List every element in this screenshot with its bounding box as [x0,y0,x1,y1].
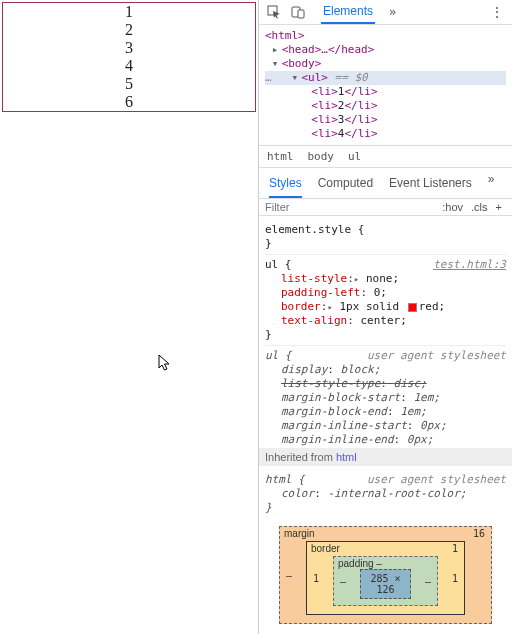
rule-element-style[interactable]: element.style { } [265,220,506,255]
inspect-icon[interactable] [267,5,281,19]
styles-filter-row: :hov .cls + [259,199,512,216]
expand-icon[interactable]: ▸ [272,43,282,57]
expand-icon[interactable]: ▸ [354,274,359,284]
list-item: 4 [3,57,255,75]
rule-user-agent: ul {user agent stylesheet display: block… [265,346,506,448]
styles-tabs: Styles Computed Event Listeners » [259,168,512,199]
list-item: 1 [3,3,255,21]
devtools-toolbar: Elements » ⋮ [259,0,512,25]
box-model-diagram: margin 16 – border 1 1 1 padding – – – 2… [259,516,512,634]
list-item: 5 [3,75,255,93]
box-content[interactable]: 285 × 126 [360,569,411,599]
rule-author[interactable]: ul {test.html:3 list-style:▸ none; paddi… [265,255,506,346]
collapse-icon[interactable]: ▾ [292,71,302,85]
menu-icon[interactable]: ⋮ [490,4,504,20]
svg-rect-2 [298,10,304,18]
tab-event-listeners[interactable]: Event Listeners [389,172,472,198]
ellipsis-icon: … [265,71,272,84]
breadcrumb: html body ul [259,145,512,168]
ua-label: user agent stylesheet [367,473,506,487]
cls-toggle[interactable]: .cls [467,201,492,213]
new-rule-button[interactable]: + [492,201,506,213]
color-swatch-icon[interactable] [408,303,417,312]
crumb-item[interactable]: ul [348,150,361,163]
hov-toggle[interactable]: :hov [438,201,467,213]
list-item: 2 [3,21,255,39]
inherited-link[interactable]: html [336,451,357,463]
source-link[interactable]: test.html:3 [433,258,506,272]
dom-node[interactable]: <html> [265,29,305,42]
expand-icon[interactable]: ▸ [327,302,332,312]
device-icon[interactable] [291,5,305,19]
rule-user-agent: html {user agent stylesheet color: -inte… [265,470,506,516]
crumb-item[interactable]: html [267,150,294,163]
dom-tree[interactable]: <html> ▸<head>…</head> ▾<body> … ▾<ul> =… [259,25,512,145]
more-tabs-icon[interactable]: » [389,5,396,19]
styles-filter-input[interactable] [265,201,438,213]
ua-label: user agent stylesheet [367,349,506,363]
styles-pane-inherited: html {user agent stylesheet color: -inte… [259,466,512,516]
styles-pane: element.style { } ul {test.html:3 list-s… [259,216,512,448]
list-item: 6 [3,93,255,111]
crumb-item[interactable]: body [308,150,335,163]
box-padding[interactable]: padding – – – 285 × 126 [333,556,438,606]
panel-tabs: Elements » [321,0,396,24]
dom-node[interactable]: <body> [282,57,322,70]
devtools-panel: Elements » ⋮ <html> ▸<head>…</head> ▾<bo… [258,0,512,634]
demo-list: 1 2 3 4 5 6 [2,2,256,112]
inherited-from-bar: Inherited from html [259,448,512,466]
tab-elements[interactable]: Elements [321,0,375,24]
box-border[interactable]: border 1 1 1 padding – – – 285 × 126 [306,541,465,615]
dom-node[interactable]: <head>…</head> [282,43,375,56]
page-preview: 1 2 3 4 5 6 [0,0,258,634]
list-item: 3 [3,39,255,57]
tab-styles[interactable]: Styles [269,172,302,198]
dom-selected-row[interactable]: … ▾<ul> == $0 [265,71,506,85]
more-tabs-icon[interactable]: » [488,172,495,198]
collapse-icon[interactable]: ▾ [272,57,282,71]
box-margin[interactable]: margin 16 – border 1 1 1 padding – – – 2… [279,526,492,624]
tab-computed[interactable]: Computed [318,172,373,198]
